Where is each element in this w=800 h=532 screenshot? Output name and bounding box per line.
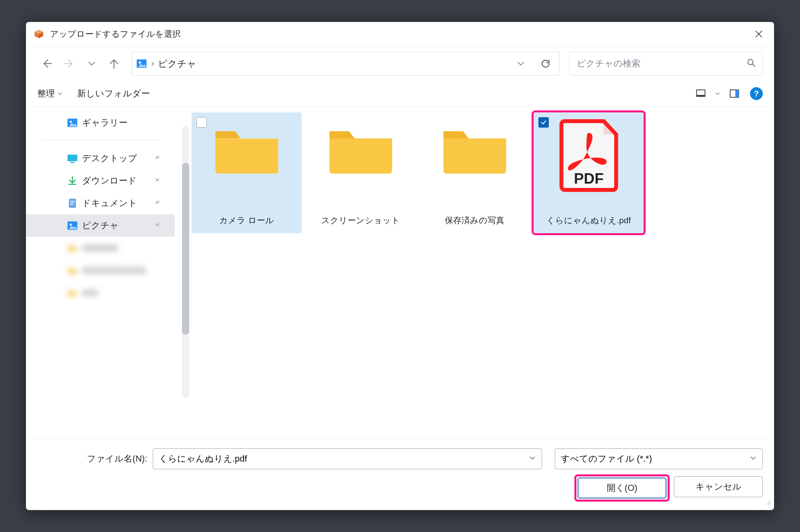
recent-dropdown-icon[interactable] — [82, 54, 101, 73]
document-icon — [67, 198, 78, 209]
folder-icon — [326, 120, 396, 176]
app-icon — [33, 28, 44, 40]
item-checkbox[interactable] — [538, 117, 549, 128]
up-icon[interactable] — [104, 54, 124, 73]
sidebar-item-label: ドキュメント — [82, 197, 137, 209]
sidebar-item-desktop[interactable]: デスクトップ — [26, 147, 175, 170]
filetype-value: すべてのファイル (*.*) — [561, 453, 750, 465]
sidebar-item-pictures[interactable]: ピクチャ — [26, 214, 175, 237]
preview-pane-icon[interactable] — [728, 88, 740, 100]
folder-item-camera-roll[interactable]: カメラ ロール — [192, 112, 302, 233]
chevron-down-icon — [57, 91, 63, 96]
svg-point-16 — [70, 224, 72, 226]
pictures-icon — [67, 220, 78, 231]
footer: ファイル名(N): くらにゃんぬりえ.pdf すべてのファイル (*.*) 開く… — [26, 439, 774, 510]
pin-icon[interactable] — [154, 153, 161, 164]
svg-point-21 — [770, 502, 771, 503]
folder-icon — [440, 120, 510, 176]
sidebar-item-hidden — [26, 282, 175, 304]
file-list[interactable]: カメラ ロール スクリーンショット 保存済みの写真 — [175, 107, 774, 439]
pin-icon[interactable] — [154, 176, 161, 186]
address-bar[interactable]: › ピクチャ — [132, 52, 560, 76]
view-mode-icon[interactable] — [695, 88, 707, 100]
pin-icon[interactable] — [154, 198, 161, 208]
filetype-combo[interactable]: すべてのファイル (*.*) — [555, 448, 763, 469]
dialog-body: ギャラリー デスクトップ ダウンロード — [26, 107, 774, 439]
window-title: アップロードするファイルを選択 — [50, 28, 181, 40]
toolbar: 整理 新しいフォルダー ? — [26, 81, 774, 107]
svg-rect-9 — [68, 154, 78, 161]
titlebar: アップロードするファイルを選択 — [26, 22, 774, 46]
svg-rect-4 — [697, 95, 705, 97]
chevron-right-icon[interactable]: › — [151, 58, 154, 69]
refresh-icon[interactable] — [536, 54, 555, 73]
svg-point-22 — [766, 504, 768, 505]
file-open-dialog: アップロードするファイルを選択 › ピクチャ — [26, 22, 774, 510]
filename-label: ファイル名(N): — [37, 453, 147, 465]
nav-bar: › ピクチャ — [26, 46, 774, 81]
item-checkbox[interactable] — [196, 117, 207, 128]
organize-label: 整理 — [37, 88, 55, 100]
sidebar-divider — [43, 140, 158, 140]
item-caption: スクリーンショット — [319, 211, 402, 233]
close-icon[interactable] — [751, 26, 767, 42]
sidebar: ギャラリー デスクトップ ダウンロード — [26, 107, 175, 439]
view-mode-chevron-icon[interactable] — [714, 88, 721, 100]
chevron-down-icon[interactable] — [750, 454, 757, 464]
resize-grip-icon[interactable] — [765, 498, 772, 508]
search-icon[interactable] — [746, 58, 756, 70]
search-box[interactable] — [569, 52, 763, 76]
sidebar-item-label: デスクトップ — [82, 152, 137, 164]
sidebar-item-label: ピクチャ — [82, 220, 119, 232]
sidebar-item-hidden — [26, 237, 175, 259]
folder-icon — [67, 242, 78, 254]
download-icon — [67, 175, 78, 186]
sidebar-item-label: ギャラリー — [82, 117, 128, 129]
item-caption: くらにゃんぬりえ.pdf — [544, 211, 633, 233]
svg-rect-12 — [70, 201, 75, 202]
gallery-icon — [67, 117, 78, 128]
svg-point-8 — [70, 121, 72, 123]
svg-text:PDF: PDF — [574, 170, 603, 187]
new-folder-button[interactable]: 新しいフォルダー — [77, 88, 150, 100]
sidebar-item-hidden — [26, 259, 175, 282]
svg-point-1 — [139, 62, 141, 64]
folder-item-screenshots[interactable]: スクリーンショット — [306, 112, 416, 233]
open-button[interactable]: 開く(O) — [578, 478, 666, 498]
help-icon[interactable]: ? — [750, 87, 763, 100]
item-caption: カメラ ロール — [217, 211, 276, 233]
history-chevron-icon[interactable] — [511, 54, 530, 73]
organize-menu[interactable]: 整理 — [37, 88, 63, 100]
open-button-highlight: 開く(O) — [576, 476, 668, 500]
forward-icon[interactable] — [60, 54, 79, 73]
filename-value: くらにゃんぬりえ.pdf — [159, 453, 529, 465]
pictures-icon — [136, 58, 147, 69]
svg-rect-13 — [70, 202, 75, 203]
breadcrumb-current[interactable]: ピクチャ — [158, 58, 196, 70]
sidebar-item-documents[interactable]: ドキュメント — [26, 192, 175, 214]
sidebar-item-downloads[interactable]: ダウンロード — [26, 170, 175, 192]
pin-icon[interactable] — [154, 220, 161, 231]
pdf-file-icon: PDF — [554, 118, 624, 191]
svg-rect-14 — [70, 204, 73, 205]
svg-point-24 — [770, 504, 771, 505]
desktop-icon — [67, 153, 78, 164]
search-input[interactable] — [576, 58, 741, 69]
svg-point-23 — [768, 504, 769, 505]
svg-point-19 — [770, 500, 771, 502]
folder-icon — [67, 265, 78, 276]
sidebar-item-label: ダウンロード — [82, 175, 137, 187]
file-item-pdf[interactable]: PDF くらにゃんぬりえ.pdf — [534, 112, 644, 233]
svg-rect-6 — [735, 90, 738, 98]
svg-rect-10 — [70, 162, 75, 163]
back-icon[interactable] — [37, 54, 56, 73]
sidebar-item-gallery[interactable]: ギャラリー — [26, 112, 175, 134]
chevron-down-icon[interactable] — [529, 454, 536, 464]
folder-item-saved-pictures[interactable]: 保存済みの写真 — [420, 112, 530, 233]
folder-icon — [67, 287, 78, 298]
filename-combo[interactable]: くらにゃんぬりえ.pdf — [153, 448, 542, 469]
folder-icon — [212, 120, 282, 176]
cancel-button[interactable]: キャンセル — [674, 476, 763, 497]
svg-point-20 — [768, 502, 769, 503]
item-caption: 保存済みの写真 — [442, 211, 507, 233]
